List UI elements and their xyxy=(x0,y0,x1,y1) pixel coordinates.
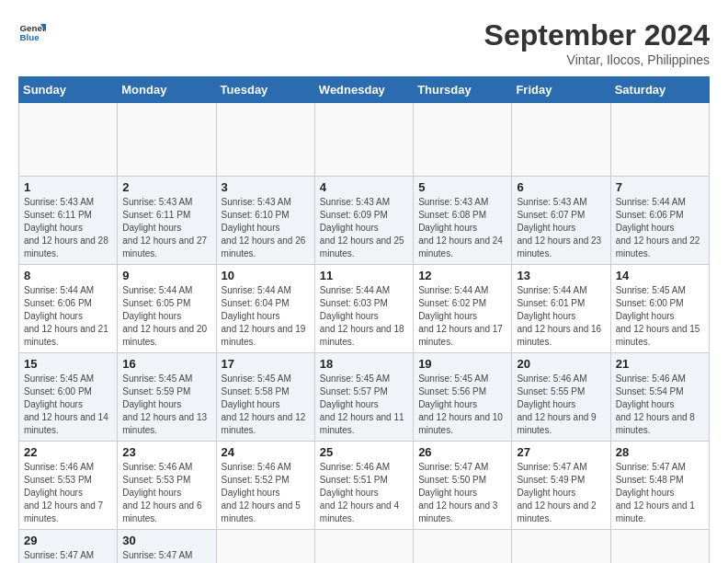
day-number: 23 xyxy=(122,445,210,459)
calendar-cell: 13 Sunrise: 5:44 AM Sunset: 6:01 PM Dayl… xyxy=(512,265,610,353)
calendar-cell xyxy=(414,530,512,564)
page-header: General Blue September 2024 Vintar, Iloc… xyxy=(18,18,710,67)
col-header-monday: Monday xyxy=(118,77,216,103)
calendar-cell: 20 Sunrise: 5:46 AM Sunset: 5:55 PM Dayl… xyxy=(512,353,610,442)
calendar-cell: 7 Sunrise: 5:44 AM Sunset: 6:06 PM Dayli… xyxy=(610,177,709,265)
day-number: 20 xyxy=(517,357,605,371)
calendar-cell: 28 Sunrise: 5:47 AM Sunset: 5:48 PM Dayl… xyxy=(610,442,709,530)
day-info: Sunrise: 5:43 AM Sunset: 6:07 PM Dayligh… xyxy=(517,196,605,260)
calendar-cell: 1 Sunrise: 5:43 AM Sunset: 6:11 PM Dayli… xyxy=(19,177,118,265)
calendar-cell: 12 Sunrise: 5:44 AM Sunset: 6:02 PM Dayl… xyxy=(414,265,512,353)
logo: General Blue xyxy=(18,18,46,46)
calendar-week-4: 15 Sunrise: 5:45 AM Sunset: 6:00 PM Dayl… xyxy=(19,353,710,442)
calendar-cell: 19 Sunrise: 5:45 AM Sunset: 5:56 PM Dayl… xyxy=(414,353,512,442)
day-number: 24 xyxy=(222,445,310,459)
calendar-cell: 2 Sunrise: 5:43 AM Sunset: 6:11 PM Dayli… xyxy=(118,177,216,265)
col-header-sunday: Sunday xyxy=(19,77,118,103)
col-header-wednesday: Wednesday xyxy=(314,77,413,103)
calendar-cell xyxy=(414,103,512,177)
day-info: Sunrise: 5:45 AM Sunset: 5:56 PM Dayligh… xyxy=(418,373,506,437)
calendar-cell: 29 Sunrise: 5:47 AM Sunset: 5:47 PM Dayl… xyxy=(19,530,118,564)
calendar-week-1 xyxy=(19,103,710,177)
day-info: Sunrise: 5:44 AM Sunset: 6:06 PM Dayligh… xyxy=(616,196,704,260)
day-number: 6 xyxy=(517,180,605,194)
calendar-cell xyxy=(216,530,314,564)
calendar-week-6: 29 Sunrise: 5:47 AM Sunset: 5:47 PM Dayl… xyxy=(19,530,710,564)
logo-icon: General Blue xyxy=(18,18,46,46)
col-header-saturday: Saturday xyxy=(610,77,709,103)
day-info: Sunrise: 5:44 AM Sunset: 6:03 PM Dayligh… xyxy=(320,284,408,349)
calendar-cell xyxy=(216,103,314,177)
day-info: Sunrise: 5:46 AM Sunset: 5:54 PM Dayligh… xyxy=(616,373,704,437)
calendar-header-row: SundayMondayTuesdayWednesdayThursdayFrid… xyxy=(19,77,710,103)
calendar-cell: 11 Sunrise: 5:44 AM Sunset: 6:03 PM Dayl… xyxy=(314,265,413,353)
calendar-cell: 18 Sunrise: 5:45 AM Sunset: 5:57 PM Dayl… xyxy=(314,353,413,442)
day-info: Sunrise: 5:44 AM Sunset: 6:02 PM Dayligh… xyxy=(418,284,506,349)
day-info: Sunrise: 5:47 AM Sunset: 5:47 PM Dayligh… xyxy=(24,549,112,563)
day-number: 14 xyxy=(616,269,704,282)
day-number: 21 xyxy=(616,357,704,371)
calendar-cell: 9 Sunrise: 5:44 AM Sunset: 6:05 PM Dayli… xyxy=(118,265,216,353)
day-number: 5 xyxy=(418,180,506,194)
day-info: Sunrise: 5:46 AM Sunset: 5:55 PM Dayligh… xyxy=(517,373,605,437)
calendar-cell: 4 Sunrise: 5:43 AM Sunset: 6:09 PM Dayli… xyxy=(314,177,413,265)
day-number: 7 xyxy=(616,180,704,194)
calendar-cell: 27 Sunrise: 5:47 AM Sunset: 5:49 PM Dayl… xyxy=(512,442,610,530)
day-info: Sunrise: 5:45 AM Sunset: 6:00 PM Dayligh… xyxy=(24,373,112,437)
calendar-cell: 17 Sunrise: 5:45 AM Sunset: 5:58 PM Dayl… xyxy=(216,353,314,442)
calendar-cell: 25 Sunrise: 5:46 AM Sunset: 5:51 PM Dayl… xyxy=(314,442,413,530)
day-info: Sunrise: 5:43 AM Sunset: 6:08 PM Dayligh… xyxy=(418,196,506,260)
day-info: Sunrise: 5:46 AM Sunset: 5:52 PM Dayligh… xyxy=(222,461,310,525)
day-number: 26 xyxy=(418,445,506,459)
calendar-cell: 8 Sunrise: 5:44 AM Sunset: 6:06 PM Dayli… xyxy=(19,265,118,353)
month-title: September 2024 xyxy=(484,18,710,52)
col-header-tuesday: Tuesday xyxy=(216,77,314,103)
day-number: 12 xyxy=(418,269,506,282)
day-info: Sunrise: 5:45 AM Sunset: 6:00 PM Dayligh… xyxy=(616,284,704,349)
calendar-cell: 16 Sunrise: 5:45 AM Sunset: 5:59 PM Dayl… xyxy=(118,353,216,442)
svg-text:Blue: Blue xyxy=(20,32,40,42)
calendar-cell: 26 Sunrise: 5:47 AM Sunset: 5:50 PM Dayl… xyxy=(414,442,512,530)
day-number: 10 xyxy=(222,269,310,282)
day-number: 18 xyxy=(320,357,408,371)
day-number: 11 xyxy=(320,269,408,282)
calendar-cell: 14 Sunrise: 5:45 AM Sunset: 6:00 PM Dayl… xyxy=(610,265,709,353)
calendar-cell xyxy=(610,530,709,564)
day-number: 9 xyxy=(122,269,210,282)
calendar-cell: 5 Sunrise: 5:43 AM Sunset: 6:08 PM Dayli… xyxy=(414,177,512,265)
day-info: Sunrise: 5:44 AM Sunset: 6:06 PM Dayligh… xyxy=(24,284,112,349)
calendar-cell: 22 Sunrise: 5:46 AM Sunset: 5:53 PM Dayl… xyxy=(19,442,118,530)
location: Vintar, Ilocos, Philippines xyxy=(484,52,710,67)
calendar-cell: 21 Sunrise: 5:46 AM Sunset: 5:54 PM Dayl… xyxy=(610,353,709,442)
day-number: 2 xyxy=(122,180,210,194)
calendar-cell: 30 Sunrise: 5:47 AM Sunset: 5:47 PM Dayl… xyxy=(118,530,216,564)
day-info: Sunrise: 5:45 AM Sunset: 5:57 PM Dayligh… xyxy=(320,373,408,437)
day-info: Sunrise: 5:43 AM Sunset: 6:10 PM Dayligh… xyxy=(222,196,310,260)
calendar-week-2: 1 Sunrise: 5:43 AM Sunset: 6:11 PM Dayli… xyxy=(19,177,710,265)
day-number: 19 xyxy=(418,357,506,371)
day-number: 3 xyxy=(222,180,310,194)
day-info: Sunrise: 5:43 AM Sunset: 6:11 PM Dayligh… xyxy=(122,196,210,260)
calendar-cell xyxy=(118,103,216,177)
calendar-cell xyxy=(19,103,118,177)
calendar-cell xyxy=(610,103,709,177)
day-info: Sunrise: 5:44 AM Sunset: 6:04 PM Dayligh… xyxy=(222,284,310,349)
day-info: Sunrise: 5:47 AM Sunset: 5:49 PM Dayligh… xyxy=(517,461,605,525)
day-number: 29 xyxy=(24,534,112,547)
calendar-cell: 3 Sunrise: 5:43 AM Sunset: 6:10 PM Dayli… xyxy=(216,177,314,265)
day-number: 27 xyxy=(517,445,605,459)
calendar-cell: 10 Sunrise: 5:44 AM Sunset: 6:04 PM Dayl… xyxy=(216,265,314,353)
calendar-cell xyxy=(314,530,413,564)
day-info: Sunrise: 5:46 AM Sunset: 5:53 PM Dayligh… xyxy=(122,461,210,525)
day-info: Sunrise: 5:46 AM Sunset: 5:53 PM Dayligh… xyxy=(24,461,112,525)
day-info: Sunrise: 5:47 AM Sunset: 5:50 PM Dayligh… xyxy=(418,461,506,525)
title-section: September 2024 Vintar, Ilocos, Philippin… xyxy=(484,18,710,67)
col-header-thursday: Thursday xyxy=(414,77,512,103)
day-number: 15 xyxy=(24,357,112,371)
day-number: 30 xyxy=(122,534,210,547)
day-info: Sunrise: 5:46 AM Sunset: 5:51 PM Dayligh… xyxy=(320,461,408,525)
day-number: 22 xyxy=(24,445,112,459)
calendar-week-3: 8 Sunrise: 5:44 AM Sunset: 6:06 PM Dayli… xyxy=(19,265,710,353)
calendar-cell: 24 Sunrise: 5:46 AM Sunset: 5:52 PM Dayl… xyxy=(216,442,314,530)
calendar-cell xyxy=(512,103,610,177)
